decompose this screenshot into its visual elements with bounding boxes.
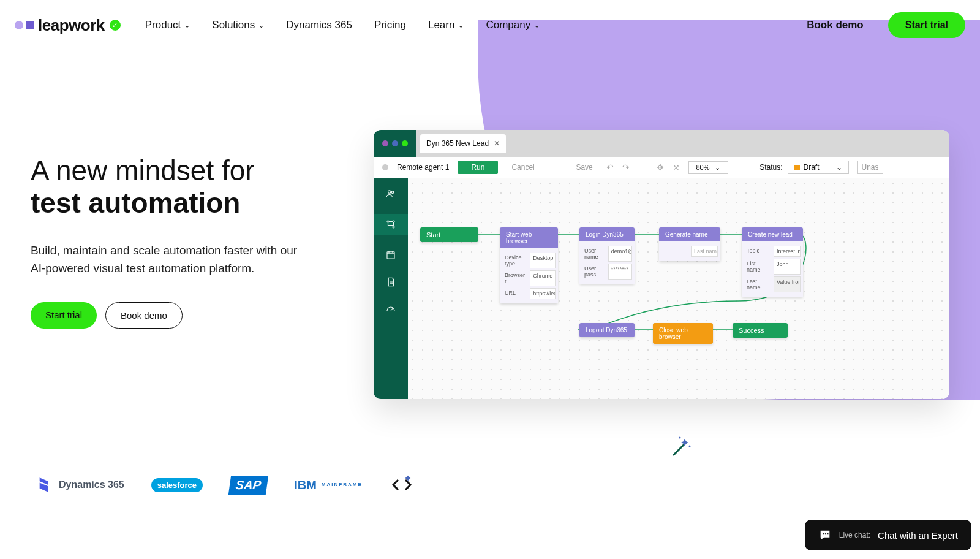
svg-point-7 (689, 446, 691, 447)
svg-point-2 (387, 221, 389, 222)
hero-book-demo-button[interactable]: Book demo (105, 302, 183, 329)
logo-dot-icon (15, 21, 23, 29)
flow-node-start[interactable]: Start (420, 227, 478, 242)
logo-square-icon (26, 21, 34, 29)
traffic-light-icon (382, 140, 388, 146)
move-icon[interactable]: ✥ (657, 162, 664, 172)
start-trial-button[interactable]: Start trial (888, 12, 965, 38)
verified-check-icon: ✓ (110, 20, 121, 31)
hero-start-trial-button[interactable]: Start trial (31, 302, 97, 329)
nav-pricing[interactable]: Pricing (374, 19, 406, 31)
agent-name: Remote agent 1 (397, 163, 449, 172)
svg-rect-5 (387, 252, 394, 259)
status-color-icon (794, 165, 800, 170)
status-select[interactable]: Draft ⌄ (788, 161, 849, 174)
chevron-down-icon: ⌄ (836, 163, 842, 172)
calendar-icon[interactable] (384, 248, 398, 262)
cancel-button[interactable]: Cancel (507, 161, 539, 174)
brand-logo[interactable]: leapwork ✓ (15, 16, 121, 35)
hero-title: A new mindset for test automation (31, 154, 349, 219)
flow-canvas[interactable]: Start Start web browser Device typeDeskt… (408, 178, 949, 399)
users-icon[interactable] (384, 187, 398, 200)
nav-dynamics365[interactable]: Dynamics 365 (286, 19, 352, 31)
fit-icon[interactable]: ⤧ (673, 162, 680, 172)
svg-point-6 (679, 437, 681, 439)
product-screenshot: Dyn 365 New Lead ✕ Remote agent 1 Run Ca… (374, 130, 949, 399)
logo-code (390, 473, 414, 497)
nav-solutions[interactable]: Solutions⌄ (212, 19, 264, 31)
gauge-icon[interactable] (384, 302, 398, 316)
nav-learn[interactable]: Learn⌄ (428, 19, 464, 31)
undo-icon[interactable]: ↶ (606, 162, 614, 172)
book-demo-link[interactable]: Book demo (807, 19, 864, 31)
magic-wand-icon (668, 436, 692, 466)
document-icon[interactable] (384, 275, 398, 289)
window-traffic-lights (374, 130, 417, 157)
hero-subtitle: Build, maintain and scale automation fas… (31, 241, 312, 278)
editor-tab[interactable]: Dyn 365 New Lead ✕ (420, 134, 506, 153)
logo-dynamics365: Dynamics 365 (37, 476, 124, 493)
brand-name: leapwork (38, 16, 105, 35)
flow-node-success[interactable]: Success (733, 323, 788, 338)
save-button[interactable]: Save (571, 161, 597, 174)
unassign-button[interactable]: Unas (858, 161, 883, 174)
agent-status-icon (382, 164, 388, 170)
flow-node-start-browser[interactable]: Start web browser Device typeDesktop Bro… (500, 227, 558, 303)
chevron-down-icon: ⌄ (258, 21, 264, 29)
logo-sap: SAP (230, 476, 267, 495)
svg-point-3 (393, 221, 394, 222)
flow-node-login[interactable]: Login Dyn365 User namedemo1@le User pass… (579, 227, 635, 284)
svg-point-1 (391, 191, 394, 194)
flow-node-logout[interactable]: Logout Dyn365 (579, 323, 635, 337)
traffic-light-icon (402, 140, 408, 146)
zoom-select[interactable]: 80%⌄ (688, 161, 728, 174)
flow-icon[interactable] (374, 214, 408, 235)
logo-salesforce: salesforce (151, 478, 203, 492)
nav-product[interactable]: Product⌄ (145, 19, 190, 31)
run-button[interactable]: Run (458, 161, 498, 174)
svg-point-4 (393, 226, 394, 228)
logo-ibm-mainframe: IBMMAINFRAME (294, 481, 363, 489)
chevron-down-icon: ⌄ (184, 21, 190, 29)
redo-icon[interactable]: ↷ (622, 162, 630, 172)
close-icon[interactable]: ✕ (494, 139, 500, 148)
customer-logos: Dynamics 365 salesforce SAP IBMMAINFRAME (0, 448, 980, 509)
chevron-down-icon: ⌄ (458, 21, 464, 29)
chevron-down-icon: ⌄ (534, 21, 540, 29)
sidebar (374, 178, 408, 399)
flow-node-create-lead[interactable]: Create new lead TopicInterest in Fist na… (742, 227, 803, 297)
tab-title: Dyn 365 New Lead (426, 139, 489, 148)
chevron-down-icon: ⌄ (715, 164, 720, 172)
flow-node-close-browser[interactable]: Close web browser (653, 323, 713, 344)
primary-nav: Product⌄ Solutions⌄ Dynamics 365 Pricing… (145, 19, 540, 31)
status-label: Status: (760, 163, 782, 172)
traffic-light-icon (392, 140, 398, 146)
svg-point-0 (388, 191, 391, 194)
nav-company[interactable]: Company⌄ (486, 19, 540, 31)
flow-node-generate-name[interactable]: Generate name Last name (659, 227, 720, 261)
